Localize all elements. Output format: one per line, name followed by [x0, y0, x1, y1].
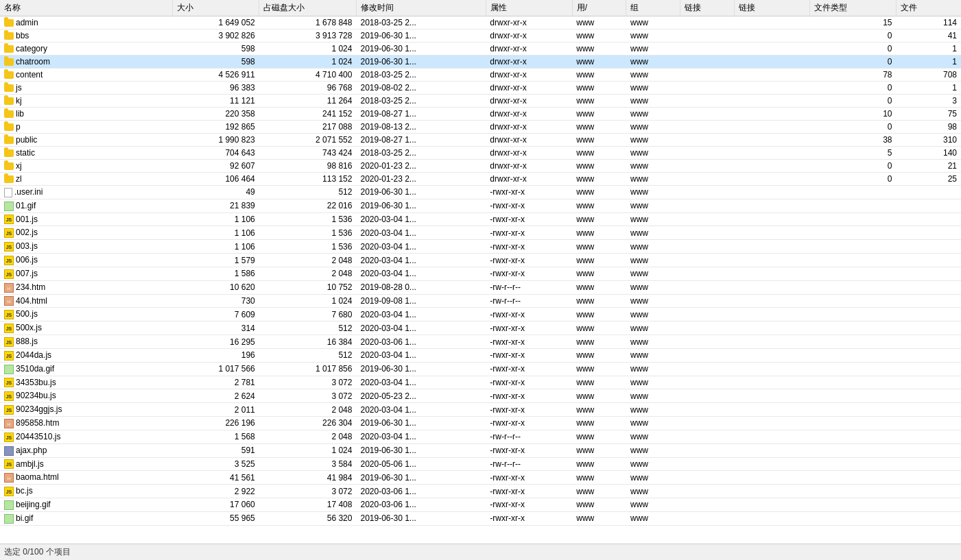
file-name[interactable]: kj — [0, 95, 173, 108]
table-row[interactable]: bbs 3 902 826 3 913 728 2019-06-30 1... … — [0, 29, 961, 42]
file-name[interactable]: JS20443510.js — [0, 430, 173, 443]
col-header-link[interactable]: 链接 — [680, 0, 735, 16]
file-filecount: 3 — [896, 95, 961, 108]
col-header-attr[interactable]: 属性 — [486, 0, 572, 16]
table-row[interactable]: JS001.js 1 106 1 536 2020-03-04 1... -rw… — [0, 212, 961, 226]
table-row[interactable]: ajax.php 591 1 024 2019-06-30 1... -rwxr… — [0, 443, 961, 457]
file-name[interactable]: .user.ini — [0, 186, 173, 199]
file-name[interactable]: JSambjl.js — [0, 457, 173, 471]
table-row[interactable]: kj 11 121 11 264 2018-03-25 2... drwxr-x… — [0, 95, 961, 108]
file-name[interactable]: H895858.htm — [0, 417, 173, 430]
table-row[interactable]: bi.gif 55 965 56 320 2019-06-30 1... -rw… — [0, 511, 961, 525]
table-row[interactable]: beijing.gif 17 060 17 408 2020-03-06 1..… — [0, 498, 961, 512]
file-name[interactable]: category — [0, 42, 173, 56]
table-row[interactable]: lib 220 358 241 152 2019-08-27 1... drwx… — [0, 108, 961, 121]
file-filecount — [896, 403, 961, 417]
table-row[interactable]: public 1 990 823 2 071 552 2019-08-27 1.… — [0, 134, 961, 147]
file-modified: 2018-03-25 2... — [356, 95, 486, 108]
file-modified: 2019-09-08 1... — [356, 294, 486, 308]
file-linkdest — [734, 147, 809, 160]
table-row[interactable]: JSambjl.js 3 525 3 584 2020-05-06 1... -… — [0, 457, 961, 471]
table-row[interactable]: 01.gif 21 839 22 016 2019-06-30 1... -rw… — [0, 199, 961, 212]
file-filetype — [810, 280, 897, 294]
file-name[interactable]: 01.gif — [0, 199, 173, 212]
table-row[interactable]: JS20443510.js 1 568 2 048 2020-03-04 1..… — [0, 430, 961, 443]
file-name[interactable]: H404.html — [0, 294, 173, 308]
table-row[interactable]: chatroom 598 1 024 2019-06-30 1... drwxr… — [0, 56, 961, 69]
file-disksize: 98 816 — [259, 160, 357, 173]
table-row[interactable]: H234.htm 10 620 10 752 2019-08-28 0... -… — [0, 280, 961, 294]
file-name[interactable]: lib — [0, 108, 173, 121]
table-row[interactable]: JS34353bu.js 2 781 3 072 2020-03-04 1...… — [0, 376, 961, 389]
table-row[interactable]: 3510da.gif 1 017 566 1 017 856 2019-06-3… — [0, 362, 961, 376]
table-row[interactable]: zl 106 464 113 152 2020-01-23 2... drwxr… — [0, 173, 961, 186]
table-row[interactable]: JS500x.js 314 512 2020-03-04 1... -rwxr-… — [0, 321, 961, 335]
table-row[interactable]: category 598 1 024 2019-06-30 1... drwxr… — [0, 42, 961, 56]
table-row[interactable]: Hbaoma.html 41 561 41 984 2019-06-30 1..… — [0, 471, 961, 485]
col-header-modified[interactable]: 修改时间 — [356, 0, 486, 16]
table-row[interactable]: .user.ini 49 512 2019-06-30 1... -rwxr-x… — [0, 186, 961, 199]
table-row[interactable]: JS2044da.js 196 512 2020-03-04 1... -rwx… — [0, 348, 961, 362]
table-row[interactable]: JS002.js 1 106 1 536 2020-03-04 1... -rw… — [0, 226, 961, 240]
col-header-filetype[interactable]: 文件类型 — [810, 0, 897, 16]
file-name[interactable]: JS002.js — [0, 226, 173, 240]
col-header-name[interactable]: 名称 — [0, 0, 173, 16]
table-row[interactable]: JS007.js 1 586 2 048 2020-03-04 1... -rw… — [0, 267, 961, 280]
file-name[interactable]: p — [0, 121, 173, 134]
html-icon: H — [4, 419, 14, 428]
file-name[interactable]: JS2044da.js — [0, 348, 173, 362]
col-header-owner[interactable]: 用/ — [572, 0, 626, 16]
table-row[interactable]: js 96 383 96 768 2019-08-02 2... drwxr-x… — [0, 82, 961, 95]
file-name[interactable]: xj — [0, 160, 173, 173]
file-name[interactable]: content — [0, 69, 173, 82]
file-name[interactable]: JS500.js — [0, 308, 173, 321]
file-size: 598 — [173, 56, 259, 69]
file-name[interactable]: zl — [0, 173, 173, 186]
table-row[interactable]: JS888.js 16 295 16 384 2020-03-06 1... -… — [0, 335, 961, 349]
file-name[interactable]: JS006.js — [0, 254, 173, 267]
table-row[interactable]: JSbc.js 2 922 3 072 2020-03-06 1... -rwx… — [0, 485, 961, 498]
file-name[interactable]: H234.htm — [0, 280, 173, 294]
file-owner: www — [572, 457, 626, 471]
file-name[interactable]: Hbaoma.html — [0, 471, 173, 485]
col-header-linkdest[interactable]: 链接 — [734, 0, 809, 16]
file-group: www — [626, 485, 680, 498]
table-row[interactable]: H895858.htm 226 196 226 304 2019-06-30 1… — [0, 417, 961, 430]
table-row[interactable]: JS003.js 1 106 1 536 2020-03-04 1... -rw… — [0, 240, 961, 254]
file-name[interactable]: JSbc.js — [0, 485, 173, 498]
table-row[interactable]: content 4 526 911 4 710 400 2018-03-25 2… — [0, 69, 961, 82]
file-group: www — [626, 226, 680, 240]
file-name[interactable]: chatroom — [0, 56, 173, 69]
file-name[interactable]: JS90234ggjs.js — [0, 403, 173, 417]
file-name[interactable]: 3510da.gif — [0, 362, 173, 376]
table-row[interactable]: JS90234ggjs.js 2 011 2 048 2020-03-04 1.… — [0, 403, 961, 417]
file-name[interactable]: static — [0, 147, 173, 160]
table-row[interactable]: JS90234bu.js 2 624 3 072 2020-05-23 2...… — [0, 389, 961, 403]
file-name[interactable]: ajax.php — [0, 443, 173, 457]
file-name[interactable]: public — [0, 134, 173, 147]
table-row[interactable]: xj 92 607 98 816 2020-01-23 2... drwxr-x… — [0, 160, 961, 173]
col-header-group[interactable]: 组 — [626, 0, 680, 16]
file-name[interactable]: admin — [0, 16, 173, 29]
file-name[interactable]: beijing.gif — [0, 498, 173, 512]
file-name[interactable]: JS90234bu.js — [0, 389, 173, 403]
file-name[interactable]: js — [0, 82, 173, 95]
table-row[interactable]: admin 1 649 052 1 678 848 2018-03-25 2..… — [0, 16, 961, 29]
table-row[interactable]: JS500.js 7 609 7 680 2020-03-04 1... -rw… — [0, 308, 961, 321]
file-name[interactable]: JS001.js — [0, 212, 173, 226]
file-name[interactable]: JS003.js — [0, 240, 173, 254]
col-header-size[interactable]: 大小 — [173, 0, 259, 16]
file-group: www — [626, 173, 680, 186]
table-row[interactable]: static 704 643 743 424 2018-03-25 2... d… — [0, 147, 961, 160]
file-name[interactable]: bbs — [0, 29, 173, 42]
file-name[interactable]: JS007.js — [0, 267, 173, 280]
col-header-filecount[interactable]: 文件 — [896, 0, 961, 16]
table-row[interactable]: JS006.js 1 579 2 048 2020-03-04 1... -rw… — [0, 254, 961, 267]
file-name[interactable]: JS34353bu.js — [0, 376, 173, 389]
file-name[interactable]: bi.gif — [0, 511, 173, 525]
file-name[interactable]: JS500x.js — [0, 321, 173, 335]
col-header-disksize[interactable]: 占磁盘大小 — [259, 0, 357, 16]
file-name[interactable]: JS888.js — [0, 335, 173, 349]
table-row[interactable]: p 192 865 217 088 2019-08-13 2... drwxr-… — [0, 121, 961, 134]
table-row[interactable]: H404.html 730 1 024 2019-09-08 1... -rw-… — [0, 294, 961, 308]
